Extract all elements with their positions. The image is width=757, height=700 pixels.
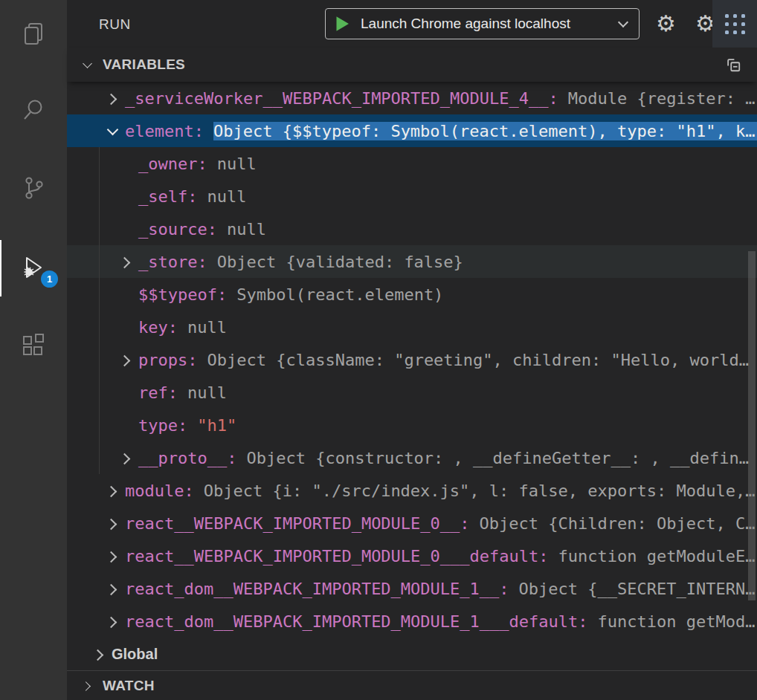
variable-row[interactable]: _source: null — [67, 213, 757, 245]
variable-value: null — [227, 220, 266, 239]
variable-row[interactable]: _serviceWorker__WEBPACK_IMPORTED_MODULE_… — [67, 82, 757, 114]
chevron-right-icon[interactable] — [100, 605, 125, 638]
variable-value: null — [207, 187, 246, 206]
variable-name: _serviceWorker__WEBPACK_IMPORTED_MODULE_… — [125, 89, 558, 108]
variable-value: Symbol(react.element) — [236, 285, 443, 304]
variable-name: react__WEBPACK_IMPORTED_MODULE_0__: — [125, 514, 470, 533]
chevron-down-icon — [618, 16, 628, 27]
variable-name: __proto__: — [138, 449, 236, 467]
indent-spacer — [113, 213, 138, 245]
variables-section-label: VARIABLES — [103, 56, 185, 73]
debug-config-label: Launch Chrome against localhost — [361, 16, 570, 32]
source-control-icon[interactable] — [20, 175, 47, 201]
indent-spacer — [113, 409, 138, 441]
variable-row[interactable]: type: "h1" — [67, 409, 757, 441]
chevron-right-icon[interactable] — [113, 343, 138, 376]
editor-corner — [712, 0, 757, 48]
variable-row[interactable]: react_dom__WEBPACK_IMPORTED_MODULE_1___d… — [67, 605, 757, 638]
variable-value: Object {__SECRET_INTERN… — [519, 580, 756, 598]
play-icon[interactable] — [334, 15, 350, 33]
variables-section-header[interactable]: VARIABLES — [67, 48, 757, 82]
variable-value: Object {i: "./src/index.js", l: false, e… — [204, 482, 756, 500]
chevron-right-icon[interactable] — [100, 474, 125, 507]
indent-spacer — [113, 147, 138, 180]
chevron-right-icon[interactable] — [100, 572, 125, 605]
chevron-down-icon[interactable] — [82, 59, 94, 71]
scrollbar[interactable] — [748, 251, 756, 600]
collapse-all-icon[interactable] — [725, 56, 741, 73]
chevron-right-icon[interactable] — [86, 638, 112, 670]
variable-name: react_dom__WEBPACK_IMPORTED_MODULE_1___d… — [125, 612, 588, 631]
watch-section-header[interactable]: WATCH — [67, 670, 757, 700]
active-view-indicator — [0, 240, 1, 296]
variable-value: null — [187, 383, 227, 402]
variable-value: Object {Children: Object, C… — [480, 514, 756, 533]
indent-spacer — [113, 376, 138, 409]
variable-name: react__WEBPACK_IMPORTED_MODULE_0___defau… — [125, 547, 549, 565]
variable-value: Module {register: … — [568, 89, 756, 108]
explorer-files-icon[interactable] — [20, 20, 47, 47]
chevron-right-icon[interactable] — [113, 245, 138, 278]
variable-value: null — [187, 318, 227, 337]
variable-row[interactable]: module: Object {i: "./src/index.js", l: … — [67, 474, 757, 507]
variable-name: ref: — [138, 383, 178, 402]
variable-value: function getModuleE… — [558, 547, 756, 565]
search-icon[interactable] — [20, 97, 47, 123]
variable-name: props: — [138, 351, 197, 369]
scope-row-global[interactable]: Global — [67, 638, 757, 670]
variable-row[interactable]: ref: null — [67, 376, 757, 409]
variable-value: null — [217, 155, 257, 173]
indent-spacer — [113, 311, 138, 343]
variable-row[interactable]: $$typeof: Symbol(react.element) — [67, 278, 757, 311]
gear-icon[interactable]: ⚙ — [656, 10, 676, 37]
variables-tree: _serviceWorker__WEBPACK_IMPORTED_MODULE_… — [67, 82, 757, 670]
variable-name: module: — [125, 482, 194, 500]
variable-value: function getMod… — [598, 612, 756, 631]
activity-bar: 1 — [0, 0, 67, 700]
variable-name: react_dom__WEBPACK_IMPORTED_MODULE_1__: — [125, 580, 509, 598]
variable-name: _self: — [138, 187, 197, 206]
variable-row[interactable]: react__WEBPACK_IMPORTED_MODULE_0___defau… — [67, 539, 757, 572]
chevron-right-icon[interactable] — [100, 507, 125, 539]
variable-row-hovered[interactable]: _store: Object {validated: false} — [67, 245, 757, 278]
variable-row[interactable]: props: Object {className: "greeting", ch… — [67, 343, 757, 376]
variable-value: Object {constructor: , __defineGetter__:… — [246, 449, 749, 467]
variable-name: type: — [138, 416, 187, 435]
chevron-down-icon[interactable] — [100, 114, 125, 147]
run-debug-panel: RUN Launch Chrome against localhost ⚙ ⚙ … — [67, 0, 757, 700]
variable-row[interactable]: key: null — [67, 311, 757, 343]
variable-row[interactable]: react__WEBPACK_IMPORTED_MODULE_0__: Obje… — [67, 507, 757, 539]
variable-name: _owner: — [138, 155, 207, 173]
variable-row[interactable]: _self: null — [67, 180, 757, 213]
watch-section-label: WATCH — [103, 678, 155, 694]
variable-row[interactable]: react_dom__WEBPACK_IMPORTED_MODULE_1__: … — [67, 572, 757, 605]
variable-value-string: "h1" — [197, 416, 236, 435]
variable-name: element: — [125, 122, 204, 140]
variable-row[interactable]: _owner: null — [67, 147, 757, 180]
debug-config-dropdown[interactable]: Launch Chrome against localhost — [325, 8, 640, 39]
variable-name: _store: — [138, 253, 207, 271]
variable-name: _source: — [138, 220, 217, 239]
layout-grid-icon[interactable] — [725, 14, 745, 34]
variable-row[interactable]: __proto__: Object {constructor: , __defi… — [67, 441, 757, 474]
scope-name: Global — [112, 646, 158, 663]
chevron-right-icon[interactable] — [100, 539, 125, 572]
chevron-right-icon[interactable] — [82, 680, 94, 692]
variable-name: $$typeof: — [138, 285, 227, 304]
chevron-right-icon[interactable] — [100, 82, 125, 114]
debug-toolbar: RUN Launch Chrome against localhost ⚙ ⚙ — [67, 0, 757, 48]
variable-value: Object {$$typeof: Symbol(react.element),… — [213, 122, 757, 140]
chevron-right-icon[interactable] — [113, 441, 138, 474]
variable-value: Object {validated: false} — [217, 253, 463, 271]
variable-row-selected[interactable]: element: Object {$$typeof: Symbol(react.… — [67, 114, 757, 147]
panel-title: RUN — [99, 16, 131, 33]
variable-value: Object {className: "greeting", children:… — [207, 351, 748, 369]
variable-name: key: — [138, 318, 178, 337]
indent-spacer — [113, 278, 138, 311]
extensions-icon[interactable] — [20, 332, 47, 359]
debug-badge: 1 — [41, 270, 58, 288]
indent-spacer — [113, 180, 138, 213]
